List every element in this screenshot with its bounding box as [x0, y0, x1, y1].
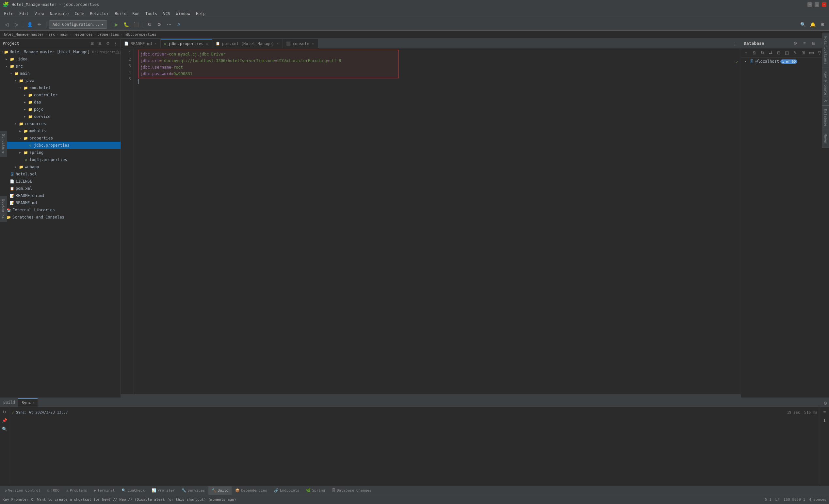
bottom-tab-problems[interactable]: ⚠ Problems [63, 487, 91, 495]
breadcrumb-src[interactable]: src [48, 32, 55, 37]
update-button[interactable]: ↻ [146, 21, 153, 28]
bottom-tab-endpoints[interactable]: 🔗 Endpoints [271, 487, 303, 495]
bottom-tab-db-changes[interactable]: 🗄 Database Changes [329, 487, 375, 495]
translate-button[interactable]: A [175, 21, 183, 28]
bottom-tab-build[interactable]: 🔨 Build [208, 487, 232, 495]
build-scroll-end[interactable]: ⬇ [821, 417, 828, 424]
breadcrumb-file[interactable]: jdbc.properties [124, 32, 156, 37]
db-panel-layout[interactable]: ≡ [801, 40, 808, 47]
breadcrumb-resources[interactable]: resources [73, 32, 93, 37]
menu-vcs[interactable]: VCS [160, 11, 173, 17]
bottom-tab-version-control[interactable]: ↻ Version Control [1, 487, 44, 495]
code-area[interactable]: jdbc.driver=com.mysql.cj.jdbc.Driver jdb… [134, 48, 741, 394]
tab-close-pom[interactable]: ✕ [276, 41, 279, 46]
sidebar-sort[interactable]: ⊞ [96, 40, 104, 47]
db-tree-item-localhost[interactable]: ▾ 🗄 @localhost 1 of 60 [741, 58, 829, 65]
bottom-tab-profiler[interactable]: 📊 Profiler [148, 487, 178, 495]
bottom-tab-todo[interactable]: ☑ TODO [44, 487, 63, 495]
tree-item-pojo[interactable]: ▶ 📁 pojo [0, 106, 120, 113]
build-search[interactable]: 🔍 [1, 425, 8, 432]
stop-button[interactable]: ⬛ [132, 21, 140, 28]
tab-console[interactable]: ⬛ console ✕ [283, 39, 318, 48]
debug-button[interactable]: 🐛 [122, 21, 130, 28]
menu-run[interactable]: Run [130, 11, 142, 17]
menu-tools[interactable]: Tools [143, 11, 160, 17]
build-wrap[interactable]: ≡ [821, 408, 828, 416]
tree-item-comhotel[interactable]: ▾ 📁 com.hotel [0, 84, 120, 92]
tab-jdbc[interactable]: ⚙ jdbc.properties ✕ [161, 39, 212, 48]
run-button[interactable]: ▶ [113, 21, 120, 28]
bottom-tab-luacheck[interactable]: 🔍 LuaCheck [118, 487, 148, 495]
sidebar-collapse-all[interactable]: ⊟ [88, 40, 96, 47]
db-more-button[interactable]: ⊞ [800, 49, 807, 57]
left-side-tab-bookmarks[interactable]: Bookmarks [0, 196, 7, 222]
db-copy-button[interactable]: ⎘ [751, 49, 758, 57]
bottom-tab-terminal[interactable]: ▶ Terminal [91, 487, 118, 495]
db-refresh-button[interactable]: ↻ [759, 49, 766, 57]
right-side-tab-key-promoter[interactable]: Key Promoter X [822, 68, 829, 106]
toolbar-project-button[interactable]: 👤 [26, 21, 34, 28]
tree-item-properties[interactable]: ▾ 📁 properties [0, 135, 120, 142]
build-rerun[interactable]: ↻ [1, 408, 8, 416]
bottom-tab-dependencies[interactable]: 📦 Dependencies [232, 487, 271, 495]
sidebar-settings[interactable]: ⚙ [104, 40, 111, 47]
close-button[interactable]: ✕ [822, 2, 826, 7]
tree-item-log4j[interactable]: ⚙ log4j.properties [0, 156, 120, 163]
editor-content[interactable]: 1 2 3 4 5 jdbc.driver=com.mysql.cj.jdbc.… [121, 48, 741, 394]
tree-item-controller[interactable]: ▶ 📁 controller [0, 92, 120, 99]
breadcrumb-properties[interactable]: properties [97, 32, 119, 37]
tree-item-hotelsql[interactable]: 🗄 hotel.sql [0, 171, 120, 178]
tree-item-java[interactable]: ▾ 📁 java [0, 77, 120, 84]
db-compare-button[interactable]: ⟺ [808, 49, 815, 57]
tab-actions-menu[interactable]: ⋮ [731, 40, 739, 48]
build-tab-sync[interactable]: Sync ✕ [18, 398, 38, 407]
right-side-tab-notifications[interactable]: Notifications [822, 33, 829, 68]
tree-item-readme-en[interactable]: 📝 README.en.md [0, 192, 120, 199]
tree-item-root[interactable]: ▾ 📁 Hotel_Manage-master [Hotel_Manage] D… [0, 48, 120, 56]
db-panel-filter[interactable]: ⊟ [810, 40, 817, 47]
breadcrumb-root[interactable]: Hotel_Manage-master [3, 32, 44, 37]
db-add-button[interactable]: + [743, 49, 750, 57]
right-side-tab-maven[interactable]: Maven [822, 130, 829, 148]
db-diagram-button[interactable]: ◫ [783, 49, 790, 57]
toolbar-back-button[interactable]: ◁ [3, 21, 10, 28]
menu-edit[interactable]: Edit [17, 11, 31, 17]
tree-item-spring[interactable]: ▶ 📁 spring [0, 149, 120, 156]
menu-build[interactable]: Build [112, 11, 129, 17]
tab-close-jdbc[interactable]: ✕ [206, 42, 209, 46]
tree-item-webapp[interactable]: ▶ 📁 webapp [0, 163, 120, 171]
menu-help[interactable]: Help [193, 11, 208, 17]
tree-item-license[interactable]: 📄 LICENSE [0, 178, 120, 185]
breadcrumb-main[interactable]: main [60, 32, 69, 37]
db-panel-settings[interactable]: ⚙ [792, 40, 799, 47]
tree-item-src[interactable]: ▾ 📁 src [0, 63, 120, 70]
db-properties-button[interactable]: ✎ [791, 49, 799, 57]
menu-window[interactable]: Window [174, 11, 193, 17]
menu-code[interactable]: Code [72, 11, 87, 17]
settings-button[interactable]: ⚙ [155, 21, 163, 28]
tree-item-dao[interactable]: ▶ 📁 dao [0, 99, 120, 106]
horizontal-scrollbar[interactable] [121, 394, 741, 398]
tab-close-readme[interactable]: ✕ [154, 41, 157, 46]
tab-close-console[interactable]: ✕ [311, 41, 315, 46]
bottom-tab-spring[interactable]: 🌿 Spring [303, 487, 329, 495]
tree-item-external-libs[interactable]: ▶ 📚 External Libraries [0, 207, 120, 214]
menu-refactor[interactable]: Refactor [87, 11, 111, 17]
menu-file[interactable]: File [1, 11, 16, 17]
status-position[interactable]: 5:1 [765, 498, 771, 502]
left-side-tab-structure[interactable]: Structure [0, 131, 7, 157]
more-button[interactable]: ⋯ [165, 21, 173, 28]
add-configuration-button[interactable]: Add Configuration... ▾ [49, 20, 107, 29]
menu-view[interactable]: View [32, 11, 47, 17]
status-encoding[interactable]: ISO-8859-1 [784, 498, 805, 502]
right-side-tab-database[interactable]: Database [822, 106, 829, 130]
minimize-button[interactable]: — [807, 2, 812, 7]
tab-pom[interactable]: 📋 pom.xml (Hotel_Manage) ✕ [212, 39, 283, 48]
toolbar-forward-button[interactable]: ▷ [12, 21, 20, 28]
build-pin[interactable]: 📌 [1, 417, 8, 424]
tree-item-service[interactable]: ▶ 📁 service [0, 113, 120, 120]
tree-item-main[interactable]: ▾ 📁 main [0, 70, 120, 77]
notifications-button[interactable]: 🔔 [809, 21, 817, 28]
maximize-button[interactable]: ☐ [815, 2, 819, 7]
tree-item-mybatis[interactable]: ▶ 📁 mybatis [0, 128, 120, 135]
